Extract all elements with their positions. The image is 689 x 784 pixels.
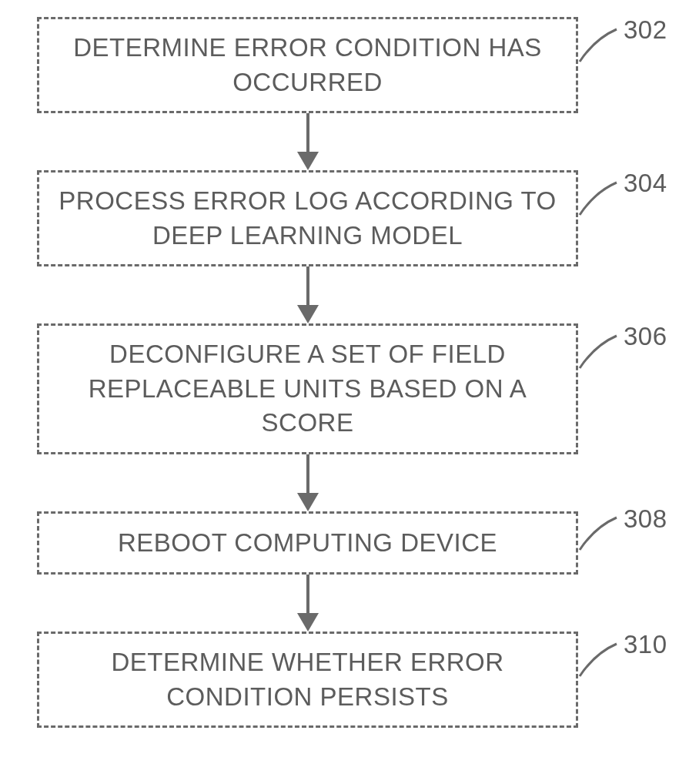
flow-step-4-text: REBOOT COMPUTING DEVICE	[118, 526, 497, 561]
leader-line-5	[578, 639, 620, 678]
flow-step-3-label: 306	[624, 322, 667, 351]
leader-line-2	[578, 178, 620, 216]
flow-step-5: DETERMINE WHETHER ERROR CONDITION PERSIS…	[37, 632, 578, 728]
flow-step-5-label: 310	[624, 630, 667, 659]
svg-marker-1	[297, 152, 319, 170]
flowchart-canvas: DETERMINE ERROR CONDITION HAS OCCURRED 3…	[0, 0, 689, 784]
arrow-3-4	[293, 454, 323, 511]
arrow-2-3	[293, 266, 323, 323]
svg-marker-3	[297, 305, 319, 323]
flow-step-4: REBOOT COMPUTING DEVICE	[37, 511, 578, 575]
leader-line-4	[578, 513, 620, 551]
svg-marker-5	[297, 493, 319, 511]
flow-step-1: DETERMINE ERROR CONDITION HAS OCCURRED	[37, 17, 578, 113]
arrow-4-5	[293, 575, 323, 632]
leader-line-3	[578, 331, 620, 370]
arrow-1-2	[293, 113, 323, 170]
svg-marker-7	[297, 613, 319, 632]
flow-step-3-text: DECONFIGURE A SET OF FIELD REPLACEABLE U…	[53, 337, 562, 441]
flow-step-5-text: DETERMINE WHETHER ERROR CONDITION PERSIS…	[53, 645, 562, 714]
flow-step-3: DECONFIGURE A SET OF FIELD REPLACEABLE U…	[37, 323, 578, 454]
flow-step-1-label: 302	[624, 15, 667, 45]
leader-line-1	[578, 25, 620, 63]
flow-step-1-text: DETERMINE ERROR CONDITION HAS OCCURRED	[53, 31, 562, 99]
flow-step-4-label: 308	[624, 504, 667, 534]
flow-step-2: PROCESS ERROR LOG ACCORDING TO DEEP LEAR…	[37, 170, 578, 266]
flow-step-2-label: 304	[624, 169, 667, 198]
flow-step-2-text: PROCESS ERROR LOG ACCORDING TO DEEP LEAR…	[53, 184, 562, 253]
